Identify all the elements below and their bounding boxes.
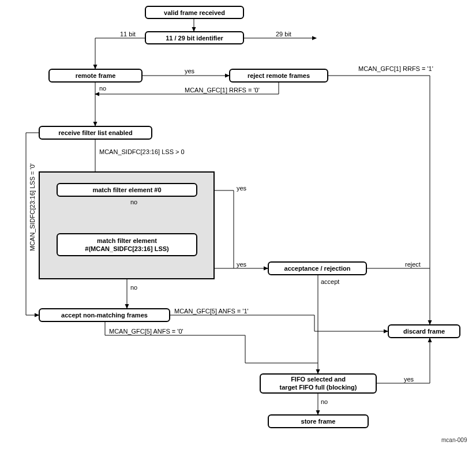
box-match-0: match filter element #0 [57, 183, 197, 197]
label-matchn-yes: yes [237, 261, 246, 268]
box-accept-nonmatch: accept non-matching frames [39, 308, 170, 322]
box-remote-frame: remote frame [48, 69, 143, 83]
label-rrfs0: MCAN_GFC[1] RRFS = '0' [185, 87, 260, 93]
label-remote-yes: yes [185, 68, 194, 74]
box-fifo: FIFO selected and target FIFO full (bloc… [260, 373, 377, 394]
text: reject remote frames [248, 72, 310, 79]
text: store frame [301, 418, 336, 425]
figure-id: mcan-009 [441, 437, 467, 443]
label-loop-no: no [130, 284, 137, 291]
box-filter-list: receive filter list enabled [39, 126, 152, 140]
text: discard frame [403, 328, 445, 335]
box-reject-remote: reject remote frames [229, 69, 328, 83]
label-anfs1: MCAN_GFC[5] ANFS = '1' [174, 308, 249, 315]
label-anfs0: MCAN_GFC[5] ANFS = '0' [109, 328, 183, 335]
label-rrfs1: MCAN_GFC[1] RRFS = '1' [358, 65, 433, 72]
label-fifo-yes: yes [404, 376, 414, 383]
label-match0-no: no [130, 199, 137, 205]
text: remote frame [76, 72, 116, 79]
label-lss-gt0: MCAN_SIDFC[23:16] LSS > 0 [99, 148, 185, 155]
text-line2: target FIFO full (blocking) [280, 384, 357, 392]
box-discard: discard frame [388, 324, 460, 338]
text: valid frame received [164, 9, 225, 16]
label-fifo-no: no [321, 398, 328, 405]
label-accept: accept [321, 278, 339, 285]
label-29bit: 29 bit [276, 31, 291, 38]
box-match-n: match filter element #(MCAN_SIDFC[23:16]… [57, 233, 197, 256]
label-match0-yes: yes [237, 185, 246, 192]
text-line1: match filter element [97, 237, 157, 245]
text: acceptance / rejection [284, 265, 351, 272]
text: accept non-matching frames [61, 312, 148, 319]
flowchart-canvas: valid frame received 11 / 29 bit identif… [0, 0, 476, 449]
text-line1: FIFO selected and [291, 376, 346, 384]
box-valid-frame: valid frame received [145, 6, 244, 19]
label-reject: reject [405, 261, 421, 268]
label-lss-eq0: MCAN_SIDFC[23:16] LSS = '0' [29, 163, 36, 251]
text: 11 / 29 bit identifier [166, 35, 223, 42]
box-identifier: 11 / 29 bit identifier [145, 31, 244, 44]
text: match filter element #0 [92, 186, 161, 193]
label-11bit: 11 bit [120, 31, 136, 38]
box-store: store frame [268, 414, 369, 428]
box-accept-reject: acceptance / rejection [268, 261, 367, 275]
label-remote-no: no [99, 85, 106, 92]
text: receive filter list enabled [58, 129, 132, 136]
text-line2: #(MCAN_SIDFC[23:16] LSS) [85, 245, 168, 253]
